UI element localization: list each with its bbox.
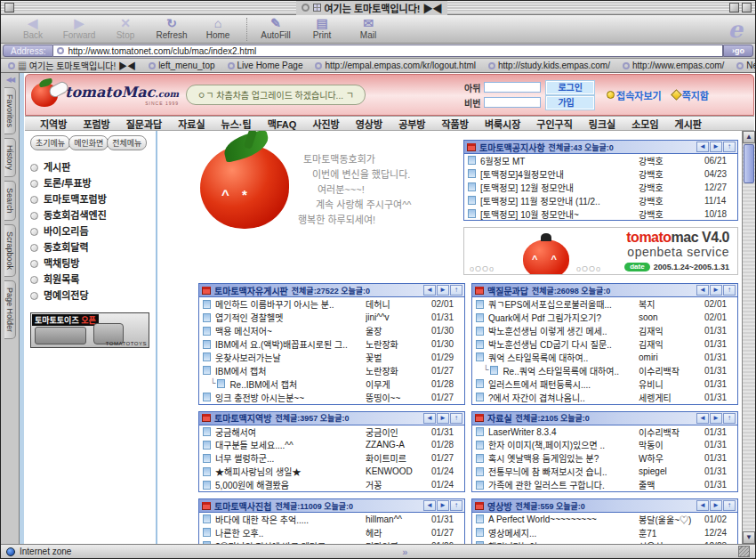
board-row[interactable]: 영상메세지... 훈71 12/24 (472, 526, 737, 539)
nav-item[interactable]: 구인구직 (528, 117, 580, 131)
resize-grip[interactable] (738, 546, 750, 557)
nav-item[interactable]: 소모임 (623, 117, 666, 131)
close-window-button[interactable] (4, 3, 14, 12)
board-row[interactable]: Re..쿼억 스타일목록에 대하여.. 이수리백작 01/31 (472, 364, 737, 377)
board-row[interactable]: 맥용 메신저어~ 울장 01/30 (199, 324, 464, 337)
site-logo[interactable]: tomatoMac.com SINCE 1999 (31, 83, 179, 107)
board-row[interactable]: IBM에서 요.(액박)배꼽표시로된 그.. 노란장화 01/30 (199, 337, 464, 351)
board-row[interactable]: ★해피사랑님의 생일★ KENWOOD 01/24 (199, 465, 464, 478)
back-button[interactable]: ◀ Back (10, 17, 56, 40)
favorites-bar-item[interactable]: http://empal.empas.com/kr/logout.html (315, 61, 476, 70)
login-button[interactable]: 로그인 (546, 81, 594, 94)
board-row[interactable]: [토맥정모] 12월 정모안내 강백호 12/27 (464, 181, 737, 194)
board-row[interactable]: 잉크 충전방 아시는분~~ 뚱띵이~~ 01/27 (199, 391, 464, 404)
stop-button[interactable]: ✕ Stop (102, 17, 149, 40)
board-row[interactable]: Quark에서 Pdf 그림가지오기? soon 02/01 (472, 311, 737, 324)
explorer-tab[interactable]: Page Holder (4, 280, 16, 339)
sidebar-menu-item[interactable]: 게시판 (30, 159, 154, 175)
board-next-button[interactable]: ► (710, 500, 722, 511)
id-input[interactable] (484, 82, 541, 93)
board-next-button[interactable]: ► (437, 285, 449, 296)
favorites-bar-item[interactable]: left_menu_top (149, 61, 214, 70)
board-row[interactable]: IBM에서 캡처 노란장화 01/27 (199, 364, 464, 377)
board-row[interactable]: [토맥정모]4월정모안내 강백호 04/23 (464, 167, 737, 181)
address-input[interactable]: http://www.tomatonet.com/club/mac/index2… (53, 45, 723, 57)
collapse-explorer-icon[interactable]: ◀◀ (6, 76, 13, 84)
explorer-tab[interactable]: History (4, 138, 16, 177)
board-row[interactable]: Re..IBM에서 캡처 이무게 01/28 (199, 377, 464, 391)
board-row[interactable]: 나른한 오후.. 헤라 01/27 (199, 526, 464, 539)
sidebar-menu-item[interactable]: 바이오리듬 (30, 223, 154, 239)
board-top-button[interactable]: ↑ (723, 413, 736, 424)
nav-item[interactable]: 벼룩시장 (477, 117, 528, 131)
board-top-button[interactable]: ↑ (450, 500, 462, 511)
sidebar-tab-main-screen[interactable]: 메인화면 (68, 135, 109, 150)
nav-item[interactable]: 질문과답 (118, 117, 170, 131)
nav-item[interactable]: 사진방 (304, 117, 347, 131)
board-row[interactable]: 혹시 옛날맥용 둠게임있는 분? W하우 01/31 (472, 451, 737, 465)
board-prev-button[interactable]: ◄ (696, 142, 709, 152)
board-row[interactable]: 책건너기놀이 성웅식 12/23 (472, 539, 737, 544)
explorer-tab[interactable]: Favorites (4, 87, 16, 134)
nav-item[interactable]: 작품방 (434, 117, 477, 131)
board-top-button[interactable]: ↑ (450, 413, 462, 424)
sidebar-menu-item[interactable]: 토론/투표방 (30, 175, 154, 191)
board-row[interactable]: 대구분들 보세요....^^ ZZANG-A 01/28 (199, 438, 464, 451)
favorites-bar-item[interactable]: http://www.empas.com/ (623, 61, 724, 70)
home-button[interactable]: ⌂ Home (195, 17, 241, 40)
autofill-button[interactable]: ✎ AutoFill (253, 17, 299, 40)
board-prev-button[interactable]: ◄ (696, 500, 709, 511)
visitors-link[interactable]: 접속자보기 (607, 88, 662, 102)
favorites-more-chevron[interactable]: » (402, 547, 407, 557)
sidebar-menu-item[interactable]: 동호회검색엔진 (30, 207, 154, 223)
board-next-button[interactable]: ► (437, 500, 449, 511)
scrollbar-thumb[interactable] (744, 144, 754, 183)
sidebar-menu-item[interactable]: 동호회달력 (30, 239, 154, 255)
scrollbar-track[interactable] (743, 184, 755, 531)
board-row[interactable]: 박노훈선생님 CD굽기 다시 질문.. 김재익 01/31 (472, 337, 737, 351)
sidebar-menu-item[interactable]: 명예의전당 (30, 288, 154, 304)
tomatotoys-banner[interactable]: 토마토토이즈 오픈 TOMATOTOYS (30, 312, 149, 348)
board-next-button[interactable]: ► (710, 285, 722, 296)
board-row[interactable]: 궁금해서여 궁금이인 01/31 (199, 425, 464, 439)
board-top-button[interactable]: ↑ (723, 285, 736, 296)
board-next-button[interactable]: ► (710, 413, 722, 424)
explorer-tab[interactable]: Search (4, 181, 16, 221)
join-button[interactable]: 가입 (546, 96, 594, 109)
board-row[interactable]: [토맥정모] 11월 정모안내 (11/2.. 강백호 11/14 (464, 194, 737, 207)
board-row[interactable]: 쿼ㄱEPS에서포십으로불러올때... 복지 02/01 (472, 297, 737, 311)
board-row[interactable]: A Perfect World~~~~~~~~~ 봉달(울울~♡) 01/02 (472, 513, 737, 526)
board-top-button[interactable]: ↑ (723, 142, 736, 152)
board-prev-button[interactable]: ◄ (423, 500, 436, 511)
board-row[interactable]: 웃찾사보러가는날 꽃벌 01/29 (199, 351, 464, 364)
sidebar-menu-item[interactable]: 회원목록 (30, 271, 154, 288)
board-row[interactable]: 한자 이미지(책,페이지)있으면 .. 막동이 01/31 (472, 438, 737, 451)
v4-openbeta-banner[interactable]: oOOo oOOo ^ ^ tomatomac V4.0 openbeta se… (463, 227, 738, 275)
print-button[interactable]: ▤ Print (299, 17, 345, 40)
nav-item[interactable]: 맥FAQ (260, 117, 305, 131)
board-prev-button[interactable]: ◄ (423, 285, 436, 296)
sidebar-tab-initial-menu[interactable]: 초기메뉴 (30, 135, 70, 150)
board-prev-button[interactable]: ◄ (696, 285, 709, 296)
scroll-up-button[interactable]: ▲ (743, 131, 755, 143)
sidebar-menu-item[interactable]: 토마토맥포럼방 (30, 191, 154, 207)
board-top-button[interactable]: ↑ (723, 500, 736, 511)
board-row[interactable]: 5,000원에 해결봤음 거꽁 01/24 (199, 478, 464, 491)
nav-item[interactable]: 게시판 (667, 117, 710, 131)
nav-item[interactable]: 영상방 (348, 117, 390, 131)
scroll-down-button[interactable]: ▼ (743, 531, 755, 544)
refresh-button[interactable]: ↻ Refresh (149, 17, 195, 40)
nav-item[interactable]: 지역방 (32, 117, 75, 131)
board-row[interactable]: ?에서 자간이 겹쳐나옴니.. 세렝게티 01/31 (472, 391, 737, 404)
board-row[interactable]: 박노훈선생님 이렇게 생긴 메세.. 김재익 01/31 (472, 324, 737, 337)
nav-item[interactable]: 링크실 (581, 117, 623, 131)
board-prev-button[interactable]: ◄ (423, 413, 436, 424)
favorites-bar-item[interactable]: ▦ 여기는 토마토맥입니다! ▶◀ (8, 59, 136, 72)
password-input[interactable] (484, 97, 541, 108)
mailbox-link[interactable]: 쪽지함 (672, 88, 709, 102)
mail-button[interactable]: ✉ Mail (345, 17, 391, 40)
board-row[interactable]: ?율마님의 정성에 바로 데답고.. 디자인영~ 01/26 (199, 539, 464, 544)
favorites-bar-item[interactable]: Live Home Page (228, 61, 303, 70)
board-prev-button[interactable]: ◄ (696, 413, 709, 424)
sidebar-menu-item[interactable]: 맥채팅방 (30, 255, 154, 271)
